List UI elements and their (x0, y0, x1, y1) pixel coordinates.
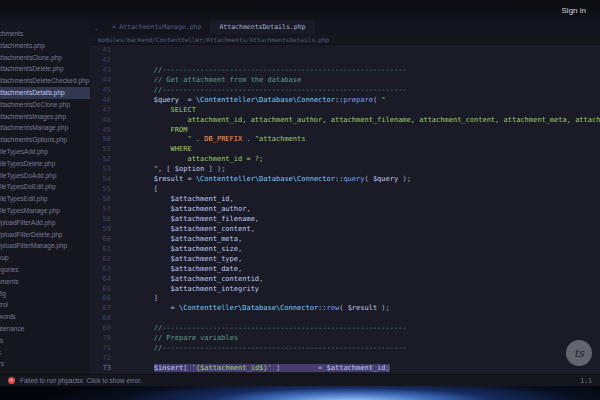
code-line[interactable]: 45 //-----------------------------------… (90, 86, 600, 96)
file-name: AttachmentsClone.php (0, 54, 62, 61)
sidebar-file[interactable]: FileTypesAdd.php (0, 146, 90, 158)
code-line[interactable]: 54 $result = \Contentteller\Database\Con… (90, 175, 600, 185)
line-number: 52 (90, 155, 120, 165)
sidebar-file[interactable]: AttachmentsDeleteChecked.php (0, 75, 90, 87)
code-line[interactable]: 44 // Get attachment from the database (90, 76, 600, 86)
code-line[interactable]: 50 " . DB_PREFIX . "attachments (90, 135, 600, 145)
code-line[interactable]: 73 $insert[ '{$attachment_id$}' ] = $att… (90, 364, 600, 374)
file-tree: ⌄AttachmentsAttachments.phpAttachmentsCl… (0, 28, 90, 370)
sidebar-file[interactable]: AttachmentsImages.php (0, 111, 90, 123)
code-line[interactable]: 46 $query = \Contentteller\Database\Conn… (90, 96, 600, 106)
code-line[interactable]: 67 = \Contentteller\Database\Connector::… (90, 304, 600, 314)
sidebar-folder[interactable]: ⌄Backup (0, 252, 90, 264)
code-line[interactable]: 48 attachment_id, attachment_author, att… (90, 116, 600, 126)
code-line[interactable]: 63 $attachment_date, (90, 265, 600, 275)
sidebar-file[interactable]: UploadFilterDelete.php (0, 229, 90, 241)
code-line[interactable]: 55 [ (90, 185, 600, 195)
sidebar-folder[interactable]: ⌄Categories (0, 264, 90, 276)
file-name: AttachmentsDoClone.php (0, 101, 70, 108)
sidebar-file[interactable]: UploadFilterAdd.php (0, 217, 90, 229)
code-line[interactable]: 56 $attachment_id, (90, 195, 600, 205)
sidebar-folder[interactable]: ⌄Comments (0, 276, 90, 288)
sidebar-file[interactable]: FileTypesDelete.php (0, 158, 90, 170)
line-number: 50 (90, 135, 120, 145)
code-line[interactable]: 41 (90, 46, 600, 56)
code-line[interactable]: 72 (90, 354, 600, 364)
sidebar-file[interactable]: FileTypesManage.php (0, 205, 90, 217)
sidebar-file[interactable]: FileTypesDoAdd.php (0, 170, 90, 182)
code-line[interactable]: 53 ", [ $option ] ); (90, 165, 600, 175)
breadcrumb-path: modules/backend/Contentteller/Attachment… (98, 36, 329, 43)
code-line[interactable]: 42 (90, 56, 600, 66)
sidebar-file[interactable]: AttachmentsClone.php (0, 52, 90, 64)
code-editor[interactable]: 414243 //-------------------------------… (90, 45, 600, 374)
selection-highlight: $insert[ '{$attachment_id$}' ] = $attach… (154, 364, 390, 372)
sidebar-file[interactable]: AttachmentsDelete.php (0, 63, 90, 75)
line-number: 67 (90, 304, 120, 314)
line-number: 49 (90, 126, 120, 136)
line-number: 44 (90, 76, 120, 86)
editor-tab[interactable]: AttachmentsDetails.php (210, 20, 314, 34)
code-line[interactable]: 59 $attachment_content, (90, 225, 600, 235)
code-line[interactable]: 58 $attachment_filename, (90, 215, 600, 225)
line-number: 46 (90, 96, 120, 106)
cursor-position: 1:1 (580, 377, 592, 385)
sidebar-folder[interactable]: ⌄News (0, 335, 90, 347)
desktop-wallpaper-glow (0, 386, 600, 400)
sign-in-link[interactable]: Sign in (562, 6, 586, 15)
line-number: 58 (90, 215, 120, 225)
sidebar-file[interactable]: AttachmentsDoClone.php (0, 99, 90, 111)
sidebar-folder[interactable]: ⌄Config (0, 288, 90, 300)
sidebar-folder[interactable]: ⌄Control (0, 299, 90, 311)
sidebar-file[interactable]: AttachmentsDetails.php (0, 87, 90, 99)
chevron-down-icon[interactable]: ⌄ (90, 20, 103, 34)
tab-label: AttachmentsManage.php (119, 23, 201, 31)
code-line[interactable]: 65 $attachment_integrity (90, 285, 600, 295)
sidebar-folder[interactable]: ⌄Polls (0, 347, 90, 359)
sidebar-file[interactable]: Attachments.php (0, 40, 90, 52)
sidebar-folder[interactable]: ⌄Attachments (0, 28, 90, 40)
line-number: 61 (90, 245, 120, 255)
code-line[interactable]: 70 // Prepare variables (90, 334, 600, 344)
sidebar-folder[interactable]: ⌄Keywords (0, 311, 90, 323)
tab-close-icon[interactable]: × (112, 23, 116, 31)
sidebar-file[interactable]: FileTypesEdit.php (0, 193, 90, 205)
line-number: 62 (90, 255, 120, 265)
code-line[interactable]: 71 //-----------------------------------… (90, 344, 600, 354)
file-name: Config (0, 290, 6, 297)
code-line[interactable]: 52 attachment_id = ?; (90, 155, 600, 165)
sidebar-file[interactable]: FileTypesDoEdit.php (0, 181, 90, 193)
code-line[interactable]: 62 $attachment_type, (90, 255, 600, 265)
editor-tab[interactable]: ×AttachmentsManage.php (103, 20, 210, 34)
error-icon: × (8, 377, 15, 384)
code-line[interactable]: 49 FROM (90, 126, 600, 136)
code-line[interactable]: 61 $attachment_size, (90, 245, 600, 255)
file-explorer[interactable]: ⌄AttachmentsAttachments.phpAttachmentsCl… (0, 20, 90, 374)
code-line[interactable]: 69 //-----------------------------------… (90, 324, 600, 334)
sidebar-file[interactable]: AttachmentsOptions.php (0, 134, 90, 146)
code-line[interactable]: 57 $attachment_author, (90, 205, 600, 215)
sidebar-file[interactable]: AttachmentsManage.php (0, 122, 90, 134)
code-line[interactable]: 60 $attachment_meta, (90, 235, 600, 245)
line-number: 64 (90, 275, 120, 285)
code-line[interactable]: 68 (90, 314, 600, 324)
sidebar-folder[interactable]: ⌄Users (0, 358, 90, 370)
sidebar-file[interactable]: UploadFilterManage.php (0, 240, 90, 252)
code-line[interactable]: 66 ] (90, 294, 600, 304)
tab-bar: ⌄ ×AttachmentsManage.phpAttachmentsDetai… (90, 20, 600, 34)
file-name: Comments (0, 278, 18, 285)
code-line[interactable]: 51 WHERE (90, 145, 600, 155)
file-name: Maintenance (0, 325, 24, 332)
code-line[interactable]: 64 $attachment_contentid, (90, 275, 600, 285)
sidebar-folder[interactable]: ⌄Maintenance (0, 323, 90, 335)
line-number: 55 (90, 185, 120, 195)
file-name: AttachmentsOptions.php (0, 136, 67, 143)
file-name: Polls (0, 349, 1, 356)
status-error-message[interactable]: Failed to run phpactor. Click to show er… (20, 377, 142, 384)
line-number: 60 (90, 235, 120, 245)
line-number: 47 (90, 106, 120, 116)
file-name: FileTypesDoEdit.php (0, 183, 56, 190)
code-line[interactable]: 47 SELECT (90, 106, 600, 116)
file-name: Backup (0, 254, 9, 261)
code-line[interactable]: 43 //-----------------------------------… (90, 66, 600, 76)
